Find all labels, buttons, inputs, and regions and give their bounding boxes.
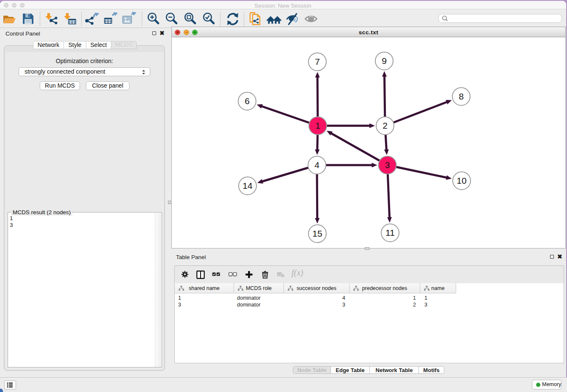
svg-text:1: 1 bbox=[315, 121, 320, 130]
svg-text:8: 8 bbox=[459, 91, 464, 101]
svg-text:15: 15 bbox=[312, 229, 322, 238]
svg-text:3: 3 bbox=[385, 160, 390, 170]
svg-text:6: 6 bbox=[245, 96, 250, 106]
svg-text:2: 2 bbox=[383, 121, 388, 130]
svg-text:7: 7 bbox=[315, 57, 320, 66]
svg-text:4: 4 bbox=[314, 160, 319, 170]
svg-text:11: 11 bbox=[385, 228, 395, 237]
svg-text:14: 14 bbox=[242, 181, 253, 190]
svg-text:9: 9 bbox=[382, 56, 387, 66]
svg-text:10: 10 bbox=[457, 176, 466, 185]
